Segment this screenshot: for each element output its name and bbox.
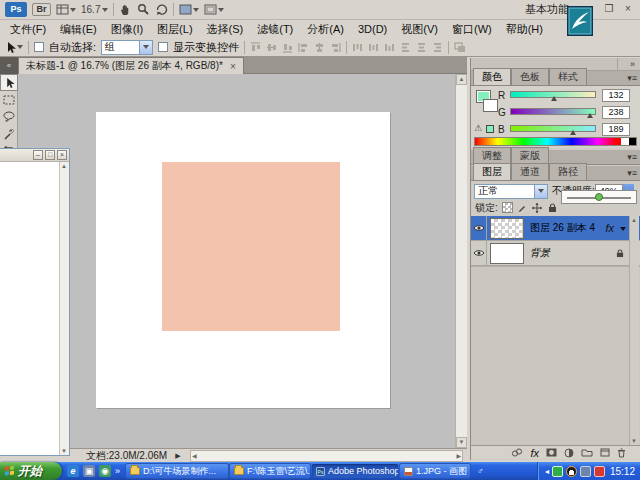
layer-row-background[interactable]: 背景 — [471, 241, 640, 266]
new-group-button[interactable] — [581, 448, 593, 457]
tab-channels[interactable]: 通道 — [511, 163, 549, 180]
document-tab[interactable]: 未标题-1 @ 16.7% (图层 26 副本 4, RGB/8)* × — [18, 57, 244, 74]
move-tool[interactable] — [0, 74, 18, 91]
menu-3d[interactable]: 3D(D) — [351, 22, 394, 36]
layer-name[interactable]: 背景 — [530, 246, 550, 260]
distribute-vertical-centers-icon[interactable] — [368, 42, 379, 53]
align-right-edges-icon[interactable] — [330, 42, 341, 53]
distribute-left-edges-icon[interactable] — [400, 42, 411, 53]
lock-transparent-pixels-icon[interactable] — [502, 202, 513, 213]
close-button[interactable]: × — [621, 3, 635, 16]
menu-file[interactable]: 文件(F) — [3, 21, 53, 38]
link-layers-button[interactable] — [511, 448, 523, 457]
auto-align-layers-icon[interactable] — [454, 42, 466, 53]
zoom-level-select[interactable]: 16.7 — [81, 4, 108, 15]
floating-window-scrollbar[interactable]: ▲ ▼ — [59, 162, 69, 455]
add-layer-mask-button[interactable] — [546, 448, 557, 457]
canvas-horizontal-scrollbar[interactable]: ◀ ▶ — [190, 450, 463, 462]
tab-layers[interactable]: 图层 — [473, 163, 511, 180]
desktop-shortcut-icon[interactable]: ▣ — [83, 465, 95, 477]
layer-content-rectangle[interactable] — [162, 162, 340, 331]
align-vertical-centers-icon[interactable] — [266, 42, 277, 53]
tab-color[interactable]: 颜色 — [473, 68, 511, 85]
layer-thumbnail[interactable] — [490, 218, 524, 239]
auto-select-checkbox[interactable] — [34, 42, 44, 52]
lock-all-icon[interactable] — [547, 202, 558, 213]
globe-shortcut-icon[interactable]: ◉ — [99, 465, 111, 477]
tools-collapse-button[interactable]: « — [0, 57, 18, 74]
align-horizontal-centers-icon[interactable] — [314, 42, 325, 53]
rectangular-marquee-tool[interactable] — [0, 91, 18, 108]
floating-window[interactable]: – □ × ▲ ▼ — [0, 148, 70, 456]
arrange-documents-button[interactable] — [179, 4, 199, 15]
auto-select-dropdown[interactable]: 组 — [101, 40, 153, 55]
red-slider-handle[interactable] — [551, 96, 557, 101]
floating-window-titlebar[interactable]: – □ × — [0, 149, 69, 162]
lasso-tool[interactable] — [0, 108, 18, 125]
panel-menu-icon[interactable]: ▾≡ — [627, 72, 637, 85]
green-slider[interactable] — [510, 108, 596, 115]
menu-image[interactable]: 图像(I) — [104, 21, 150, 38]
tray-qq-icon[interactable] — [566, 466, 577, 477]
tray-utility-icon[interactable] — [580, 466, 591, 477]
tab-swatches[interactable]: 色板 — [511, 68, 549, 85]
color-spectrum-ramp[interactable] — [474, 137, 637, 146]
swallow-logo-icon[interactable] — [567, 6, 593, 36]
scroll-left-arrow[interactable]: ◀ — [192, 452, 197, 459]
distribute-right-edges-icon[interactable] — [432, 42, 443, 53]
gamut-color-swatch[interactable] — [486, 125, 494, 133]
tray-download-icon[interactable] — [594, 466, 605, 477]
magic-wand-tool[interactable] — [0, 125, 18, 142]
menu-layer[interactable]: 图层(L) — [150, 21, 199, 38]
delete-layer-button[interactable] — [617, 448, 626, 458]
layer-fx-badge[interactable]: fx — [605, 222, 614, 234]
scroll-down-arrow[interactable]: ▼ — [631, 438, 637, 444]
status-flyout-arrow[interactable]: ▶ — [175, 452, 180, 460]
lock-position-icon[interactable] — [532, 202, 543, 213]
tab-paths[interactable]: 路径 — [549, 163, 587, 180]
layer-style-button[interactable]: fx — [530, 447, 539, 459]
align-top-edges-icon[interactable] — [250, 42, 261, 53]
collapse-panels-icon[interactable]: » — [630, 59, 635, 69]
menu-filter[interactable]: 滤镜(T) — [250, 21, 300, 38]
align-bottom-edges-icon[interactable] — [282, 42, 293, 53]
scroll-down-arrow[interactable]: ▼ — [456, 437, 467, 448]
task-button-folder-1[interactable]: D:\可牛场景制作... — [126, 464, 228, 478]
opacity-slider-popup[interactable] — [561, 190, 637, 204]
tab-adjustments[interactable]: 调整 — [473, 147, 511, 164]
start-button[interactable]: 开始 — [0, 462, 62, 480]
canvas-vertical-scrollbar[interactable]: ▲ ▼ — [455, 74, 467, 448]
menu-window[interactable]: 窗口(W) — [445, 21, 499, 38]
distribute-top-edges-icon[interactable] — [352, 42, 363, 53]
align-left-edges-icon[interactable] — [298, 42, 309, 53]
hand-tool-button[interactable] — [119, 3, 132, 16]
show-transform-checkbox[interactable] — [158, 42, 168, 52]
layer-name[interactable]: 图层 26 副本 4 — [530, 221, 595, 235]
green-slider-handle[interactable] — [587, 113, 593, 118]
canvas-area[interactable] — [18, 74, 455, 448]
scroll-right-arrow[interactable]: ▶ — [456, 452, 461, 459]
layer-thumbnail[interactable] — [490, 243, 524, 264]
language-indicator-icon[interactable]: ♂ — [477, 466, 484, 476]
screen-mode-button[interactable] — [204, 4, 224, 15]
bridge-launch-button[interactable]: Br — [32, 3, 51, 16]
scroll-up-arrow[interactable]: ▲ — [456, 74, 467, 85]
new-layer-button[interactable] — [600, 448, 610, 457]
tab-close-icon[interactable]: × — [230, 61, 236, 72]
visibility-eye-icon[interactable] — [471, 216, 487, 241]
opacity-slider-handle[interactable] — [595, 193, 603, 201]
fx-expand-arrow[interactable] — [620, 227, 626, 231]
gamut-warning-icon[interactable]: ⚠ — [474, 123, 482, 133]
green-value-input[interactable]: 238 — [602, 106, 630, 119]
view-extras-button[interactable] — [56, 4, 76, 15]
red-value-input[interactable]: 132 — [602, 89, 630, 102]
menu-view[interactable]: 视图(V) — [394, 21, 445, 38]
panel-menu-icon[interactable]: ▾≡ — [627, 167, 637, 180]
blue-value-input[interactable]: 189 — [602, 123, 630, 136]
zoom-tool-button[interactable] — [137, 3, 150, 16]
close-button[interactable]: × — [57, 150, 67, 160]
internet-explorer-icon[interactable]: e — [67, 465, 79, 477]
tab-styles[interactable]: 样式 — [549, 68, 587, 85]
blue-slider-handle[interactable] — [570, 130, 576, 135]
lock-image-pixels-icon[interactable] — [517, 202, 528, 213]
